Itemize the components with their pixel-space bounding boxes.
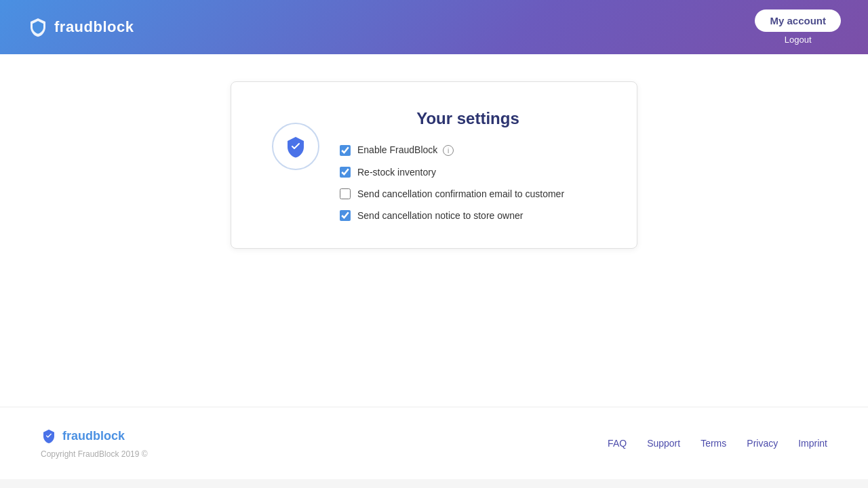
- footer-link-privacy[interactable]: Privacy: [747, 438, 778, 449]
- footer-left: fraudblock Copyright FraudBlock 2019 ©: [41, 428, 148, 459]
- checkbox-item-cancellation-email: Send cancellation confirmation email to …: [340, 188, 596, 199]
- restock-inventory-checkbox[interactable]: [340, 167, 351, 178]
- footer-link-faq[interactable]: FAQ: [608, 438, 627, 449]
- header: fraudblock My account Logout: [0, 0, 868, 54]
- checkbox-item-cancellation-notice: Send cancellation notice to store owner: [340, 210, 596, 221]
- footer-logo-text: fraudblock: [62, 429, 125, 443]
- checkbox-group: Enable FraudBlock i Re-stock inventory S…: [340, 144, 596, 221]
- checkbox-item-enable-fraudblock: Enable FraudBlock i: [340, 144, 596, 156]
- send-cancellation-email-checkbox[interactable]: [340, 188, 351, 199]
- shield-logo-icon: [27, 16, 49, 38]
- footer-links: FAQ Support Terms Privacy Imprint: [608, 438, 827, 449]
- send-cancellation-notice-label: Send cancellation notice to store owner: [357, 210, 523, 221]
- settings-card: Your settings Enable FraudBlock i Re-sto…: [231, 81, 637, 249]
- footer-link-terms[interactable]: Terms: [701, 438, 726, 449]
- footer: fraudblock Copyright FraudBlock 2019 © F…: [0, 407, 868, 479]
- main-content: Your settings Enable FraudBlock i Re-sto…: [0, 54, 868, 407]
- settings-body: Your settings Enable FraudBlock i Re-sto…: [340, 109, 596, 221]
- footer-link-support[interactable]: Support: [647, 438, 680, 449]
- header-logo-text: fraudblock: [54, 18, 134, 36]
- enable-fraudblock-checkbox[interactable]: [340, 145, 351, 156]
- send-cancellation-notice-checkbox[interactable]: [340, 210, 351, 221]
- restock-inventory-label: Re-stock inventory: [357, 167, 436, 178]
- info-icon[interactable]: i: [443, 145, 454, 156]
- my-account-button[interactable]: My account: [755, 9, 841, 32]
- settings-title: Your settings: [340, 109, 596, 128]
- checkbox-item-restock: Re-stock inventory: [340, 167, 596, 178]
- footer-logo: fraudblock: [41, 428, 148, 444]
- header-logo: fraudblock: [27, 16, 134, 38]
- send-cancellation-email-label: Send cancellation confirmation email to …: [357, 188, 564, 199]
- footer-copyright: Copyright FraudBlock 2019 ©: [41, 449, 148, 459]
- footer-shield-icon: [41, 428, 57, 444]
- header-right: My account Logout: [755, 9, 841, 45]
- shield-circle: [272, 123, 319, 170]
- shield-icon: [283, 134, 308, 159]
- logout-link[interactable]: Logout: [785, 35, 812, 45]
- footer-link-imprint[interactable]: Imprint: [798, 438, 827, 449]
- enable-fraudblock-label: Enable FraudBlock i: [357, 144, 454, 156]
